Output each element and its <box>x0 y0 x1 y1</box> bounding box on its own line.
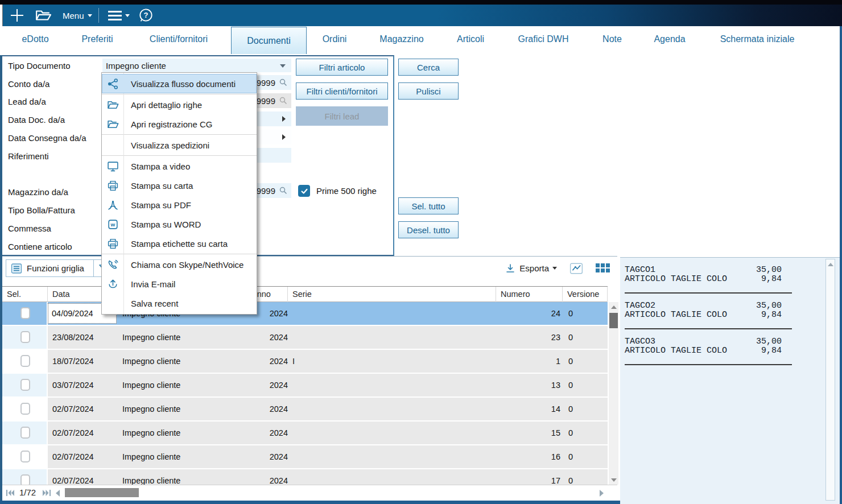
help-button[interactable]: ? <box>138 5 154 26</box>
tab-agenda[interactable]: Agenda <box>654 34 685 44</box>
scrollbar-thumb[interactable] <box>609 313 618 328</box>
check-icon <box>300 187 308 195</box>
tab-note[interactable]: Note <box>602 34 622 44</box>
esporta-button[interactable]: Esporta <box>505 263 557 274</box>
search-icon[interactable] <box>279 186 288 195</box>
new-button[interactable] <box>8 5 26 26</box>
tab-schermata-iniziale[interactable]: Schermata iniziale <box>720 34 795 44</box>
menu-item-invia-email[interactable]: Invia E-mail <box>102 274 257 294</box>
window-left-gutter <box>0 5 3 26</box>
menu-item-salva-recent[interactable]: Salva recent <box>102 294 257 313</box>
table-row[interactable]: 03/07/2024 Impegno cliente 2024 13 0 <box>2 374 608 396</box>
sel-tutto-button[interactable]: Sel. tutto <box>398 197 459 214</box>
table-row[interactable]: 02/07/2024 Impegno cliente 2024 14 0 <box>2 398 608 420</box>
funzioni-griglia-button[interactable]: Funzioni griglia <box>6 259 105 277</box>
col-serie[interactable]: Serie <box>288 287 496 302</box>
last-page-icon[interactable] <box>42 489 51 497</box>
search-icon[interactable] <box>279 78 288 87</box>
row-checkbox[interactable] <box>20 331 30 343</box>
tab-preferiti[interactable]: Preferiti <box>81 34 113 44</box>
pulisci-button[interactable]: Pulisci <box>398 82 459 100</box>
col-sel[interactable]: Sel. <box>2 287 48 302</box>
pdf-icon <box>102 199 123 211</box>
table-row[interactable]: 23/08/2024 Impegno cliente 2024 23 0 <box>2 326 608 349</box>
list-item[interactable]: TAGCO235,00 ARTICOLO TAGLIE COLO9,84 <box>625 301 782 329</box>
table-row[interactable]: 18/07/2024 Impegno cliente 2024 I 1 0 <box>2 350 608 373</box>
list-menu-button[interactable] <box>108 5 130 26</box>
article-code: TAGCO2 <box>625 301 655 311</box>
desel-tutto-button[interactable]: Desel. tutto <box>398 221 459 238</box>
label-contiene-articolo: Contiene articolo <box>8 242 72 251</box>
tab-ordini[interactable]: Ordini <box>323 34 347 44</box>
tab-magazzino[interactable]: Magazzino <box>379 34 423 44</box>
context-menu: Visualizza flusso documenti Apri dettagl… <box>101 72 257 315</box>
menu-item-apri-dettaglio[interactable]: Apri dettaglio righe <box>102 95 257 114</box>
chevron-down-icon <box>125 14 130 17</box>
table-row[interactable]: 02/07/2024 Impegno cliente 2024 15 0 <box>2 422 608 444</box>
menu-item-stampa-word[interactable]: w Stampa su WORD <box>102 214 257 234</box>
menu-dropdown[interactable]: Menu <box>63 5 92 26</box>
menu-item-apri-registrazione[interactable]: Apri registrazione CG <box>102 114 257 134</box>
tiles-view-button[interactable] <box>596 263 610 274</box>
chart-view-button[interactable] <box>569 262 583 275</box>
article-price: 9,84 <box>761 311 782 320</box>
article-code: TAGCO3 <box>625 337 655 346</box>
prime-500-checkbox[interactable] <box>298 185 310 197</box>
menu-item-stampa-etichette[interactable]: Stampa etichette su carta <box>102 234 257 253</box>
printer-icon <box>102 180 123 192</box>
row-checkbox[interactable] <box>20 403 30 415</box>
row-checkbox[interactable] <box>20 379 30 391</box>
menu-item-visualizza-spedizioni[interactable]: Visualizza spedizioni <box>102 135 257 155</box>
scroll-up-arrow[interactable] <box>826 260 835 269</box>
share-icon <box>102 78 123 90</box>
row-checkbox[interactable] <box>20 474 30 485</box>
row-checkbox[interactable] <box>20 451 30 462</box>
search-icon <box>279 96 288 105</box>
col-numero[interactable]: Numero <box>496 287 563 302</box>
tab-grafici-dwh[interactable]: Grafici DWH <box>518 34 569 44</box>
menu-separator <box>102 94 257 94</box>
filtri-articolo-button[interactable]: Filtri articolo <box>296 59 388 76</box>
cerca-button[interactable]: Cerca <box>398 59 459 76</box>
col-versione[interactable]: Versione <box>563 287 608 302</box>
row-checkbox[interactable] <box>20 427 30 439</box>
folder-open-icon <box>102 118 123 130</box>
tab-edotto[interactable]: eDotto <box>22 34 48 44</box>
first-page-icon[interactable] <box>6 489 15 497</box>
chevron-right-icon <box>282 134 286 140</box>
printer-icon <box>102 238 123 250</box>
scroll-down-arrow[interactable] <box>609 475 618 485</box>
filtri-clienti-button[interactable]: Filtri clienti/fornitori <box>296 82 388 100</box>
tab-documenti[interactable]: Documenti <box>231 27 307 54</box>
toolbar-separator <box>98 8 99 23</box>
app-window: Menu ? Documenti eDotto Preferiti Client… <box>0 0 842 504</box>
menu-item-stampa-pdf[interactable]: Stampa su PDF <box>102 195 257 214</box>
line-chart-icon <box>569 262 583 275</box>
panel-vertical-scrollbar[interactable] <box>826 259 835 501</box>
scroll-up-arrow[interactable] <box>609 302 618 312</box>
menu-item-chiama-skype[interactable]: Chiama con Skype/NethVoice <box>102 255 257 274</box>
menu-item-stampa-carta[interactable]: Stampa su carta <box>102 176 257 195</box>
menu-item-stampa-video[interactable]: Stampa a video <box>102 156 257 176</box>
list-item[interactable]: TAGCO335,00 ARTICOLO TAGLIE COLO9,84 <box>625 337 782 365</box>
table-row[interactable]: 02/07/2024 Impegno cliente 2024 17 0 <box>2 469 608 485</box>
tab-clienti-fornitori[interactable]: Clienti/fornitori <box>150 34 208 44</box>
menu-label: Menu <box>63 11 84 20</box>
word-icon: w <box>102 218 123 230</box>
row-checkbox[interactable] <box>20 307 30 319</box>
table-row[interactable]: 02/07/2024 Impegno cliente 2024 16 0 <box>2 445 608 468</box>
grid-vertical-scrollbar[interactable] <box>609 302 618 485</box>
list-item[interactable]: TAGCO135,00 ARTICOLO TAGLIE COLO9,84 <box>625 266 782 294</box>
tab-articoli[interactable]: Articoli <box>457 34 484 44</box>
horizontal-scrollbar-thumb[interactable] <box>65 488 139 497</box>
menu-item-visualizza-flusso[interactable]: Visualizza flusso documenti <box>102 74 257 93</box>
scroll-left-arrow[interactable] <box>56 490 60 497</box>
tipo-documento-select[interactable]: Impegno cliente <box>102 59 291 72</box>
open-button[interactable] <box>35 5 51 26</box>
table-row[interactable]: 04/09/2024 Impegno cliente 2024 24 0 <box>2 302 608 325</box>
scroll-right-arrow[interactable] <box>600 490 604 497</box>
label-lead: Lead da/a <box>8 97 46 106</box>
row-checkbox[interactable] <box>20 355 30 367</box>
download-icon <box>505 263 516 274</box>
label-data-doc: Data Doc. da/a <box>8 115 65 125</box>
